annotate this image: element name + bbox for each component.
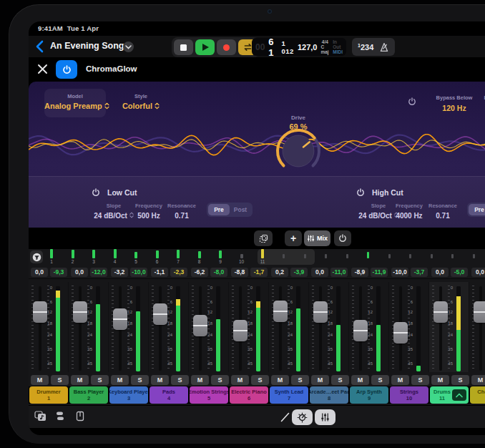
filter-button[interactable] xyxy=(30,250,43,263)
fader-handle[interactable] xyxy=(153,303,167,325)
fader-value[interactable]: 0,2 xyxy=(271,268,288,277)
peak-value[interactable]: -2,3 xyxy=(170,268,187,277)
back-icon[interactable] xyxy=(34,40,46,53)
high-cut-resonance[interactable]: Resonance 0.71 xyxy=(424,203,461,220)
peak-value[interactable]: -5,0 xyxy=(451,268,468,277)
drive-knob[interactable] xyxy=(271,124,325,178)
low-cut-post-button[interactable]: Post xyxy=(230,204,251,215)
fader-value[interactable]: -1,1 xyxy=(151,268,168,277)
track-overview-strip[interactable]: 1234567891011 xyxy=(29,249,485,266)
low-cut-pre-button[interactable]: Pre xyxy=(208,204,230,215)
fader-value[interactable]: -8,8 xyxy=(231,268,248,277)
fader-handle[interactable] xyxy=(33,301,47,323)
fader-handle[interactable] xyxy=(233,320,248,341)
track-tab[interactable]: Synth Lead7 xyxy=(270,386,308,404)
track-tab[interactable]: Arcade…eet Pad8 xyxy=(310,386,348,404)
play-button[interactable] xyxy=(195,39,215,55)
song-menu-button[interactable] xyxy=(123,42,134,52)
solo-button[interactable]: S xyxy=(331,375,349,385)
fader-value[interactable]: 0,0 xyxy=(471,268,485,277)
mute-button[interactable]: M xyxy=(431,375,449,385)
style-select[interactable]: Style Colorful xyxy=(116,89,166,110)
track-tab[interactable]: Keyboard Player3 xyxy=(109,386,148,404)
fader-handle[interactable] xyxy=(73,301,87,323)
mute-button[interactable]: M xyxy=(111,375,129,385)
solo-button[interactable]: S xyxy=(211,375,229,385)
channel-controls-button[interactable] xyxy=(292,409,313,425)
collapse-stack-button[interactable] xyxy=(452,389,466,401)
solo-button[interactable]: S xyxy=(91,375,109,385)
keyboard-button[interactable] xyxy=(76,411,84,424)
track-tab[interactable]: Arp Synth9 xyxy=(350,386,388,404)
add-button[interactable]: + xyxy=(285,230,302,246)
high-cut-frequency[interactable]: Frequency 4000 Hz xyxy=(391,203,428,220)
mute-button[interactable]: M xyxy=(191,375,209,385)
mute-button[interactable]: M xyxy=(31,375,49,385)
track-tab[interactable]: Electric Piano6 xyxy=(230,386,268,404)
low-cut-resonance[interactable]: Resonance 0.71 xyxy=(163,203,200,220)
mute-button[interactable]: M xyxy=(471,375,485,385)
solo-button[interactable]: S xyxy=(451,375,469,385)
fader-value[interactable]: 0,0 xyxy=(31,268,48,277)
count-in-button[interactable]: 1234 xyxy=(358,43,373,52)
peak-value[interactable]: -10,0 xyxy=(130,268,147,277)
peak-value[interactable]: -11,0 xyxy=(330,268,348,277)
track-tab[interactable]: Strings10 xyxy=(390,386,428,404)
track-tab[interactable]: Chorus V12 xyxy=(470,386,485,404)
instruments-button[interactable] xyxy=(55,411,65,424)
duplicate-button[interactable] xyxy=(254,230,273,246)
peak-value[interactable]: -1,7 xyxy=(250,268,268,277)
mute-button[interactable]: M xyxy=(311,375,329,385)
mixer-power-button[interactable] xyxy=(334,230,351,246)
fader-handle[interactable] xyxy=(353,320,368,341)
fader-handle[interactable] xyxy=(273,301,288,322)
fader-value[interactable]: -8,9 xyxy=(351,268,368,277)
peak-value[interactable]: -3,9 xyxy=(290,268,308,277)
peak-value[interactable]: -12,0 xyxy=(90,268,107,277)
mute-button[interactable]: M xyxy=(231,375,249,385)
solo-button[interactable]: S xyxy=(291,375,309,385)
level-control[interactable]: Level 0.0 xyxy=(469,94,485,112)
record-button[interactable] xyxy=(217,39,236,55)
solo-button[interactable]: S xyxy=(171,375,189,385)
faders-view-button[interactable] xyxy=(315,409,335,425)
peak-value[interactable]: -9,3 xyxy=(50,268,67,277)
mute-button[interactable]: M xyxy=(151,375,169,385)
high-cut-power-icon[interactable] xyxy=(356,188,365,197)
bypass-power-icon[interactable] xyxy=(408,97,416,106)
peak-value[interactable]: -8,0 xyxy=(210,268,227,277)
close-icon[interactable] xyxy=(37,64,48,74)
mute-button[interactable]: M xyxy=(351,375,369,385)
stop-button[interactable] xyxy=(174,39,193,55)
track-tab[interactable]: Drums11 xyxy=(430,386,469,404)
solo-button[interactable]: S xyxy=(251,375,269,385)
fader-handle[interactable] xyxy=(393,322,408,344)
fader-handle[interactable] xyxy=(474,301,485,323)
peak-value[interactable]: -11,9 xyxy=(371,268,388,277)
browser-button[interactable] xyxy=(34,411,46,424)
track-tab[interactable]: Drummer1 xyxy=(29,386,68,404)
fader-handle[interactable] xyxy=(113,308,127,330)
mix-button[interactable]: Mix xyxy=(304,230,330,246)
high-cut-pre-button[interactable]: Pre xyxy=(469,204,485,215)
fader-value[interactable]: -10,0 xyxy=(391,268,408,277)
solo-button[interactable]: S xyxy=(411,375,429,385)
pencil-icon[interactable] xyxy=(279,412,290,423)
mute-button[interactable]: M xyxy=(71,375,89,385)
plugin-power-button[interactable] xyxy=(56,60,77,79)
fader-handle[interactable] xyxy=(433,301,448,323)
track-tab[interactable]: Pads4 xyxy=(150,386,188,404)
fader-value[interactable]: -3,2 xyxy=(111,268,128,277)
lcd-display[interactable]: 00 6 1 1 012 127,0 4/4 C maj In Out MIDI xyxy=(252,38,346,56)
mute-button[interactable]: M xyxy=(271,375,289,385)
solo-button[interactable]: S xyxy=(371,375,389,385)
metronome-icon[interactable] xyxy=(379,42,389,52)
fader-value[interactable]: 0,0 xyxy=(71,268,88,277)
model-select[interactable]: Model Analog Preamp xyxy=(44,89,106,117)
track-tab[interactable]: Emotion Strings5 xyxy=(190,386,228,404)
low-cut-power-icon[interactable] xyxy=(92,188,100,197)
solo-button[interactable]: S xyxy=(131,375,149,385)
song-title[interactable]: An Evening Song xyxy=(50,41,124,51)
mute-button[interactable]: M xyxy=(391,375,409,385)
low-cut-frequency[interactable]: Frequency 500 Hz xyxy=(130,203,167,220)
